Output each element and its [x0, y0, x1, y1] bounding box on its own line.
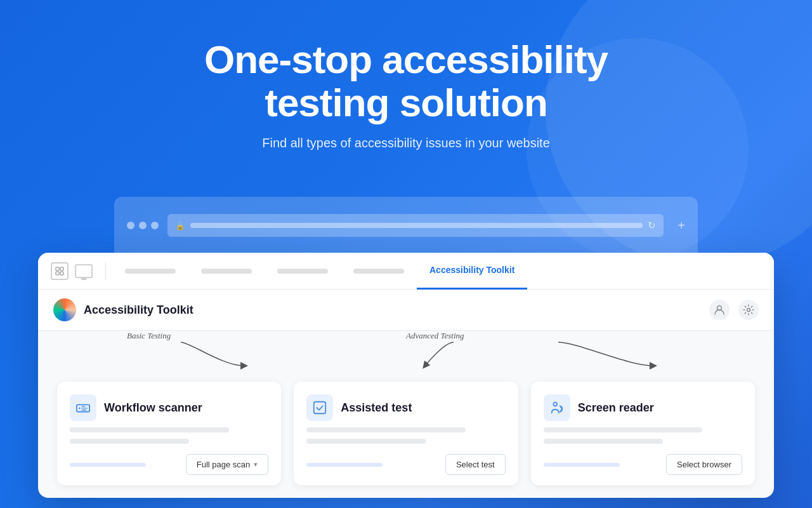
svg-point-7 [79, 408, 81, 410]
card-assisted-test-progress [306, 463, 383, 467]
tab-3[interactable] [265, 253, 341, 290]
svg-rect-0 [56, 267, 59, 271]
browser-dots [127, 222, 159, 229]
svg-point-12 [553, 403, 557, 406]
person-wave-icon [544, 394, 570, 421]
card-assisted-test-line1 [306, 427, 466, 432]
card-screen-reader-title: Screen reader [578, 401, 654, 415]
card-assisted-test-title: Assisted test [341, 401, 412, 415]
scanner-icon [70, 394, 96, 421]
card-workflow-scanner-title: Workflow scanner [104, 401, 202, 415]
select-test-button[interactable]: Select test [445, 454, 506, 475]
tab-accessibility-toolkit[interactable]: Accessibility Toolkit [417, 253, 527, 290]
card-workflow-scanner-header: Workflow scanner [70, 394, 268, 421]
card-workflow-scanner-line2 [70, 439, 189, 444]
card-assisted-test-line2 [306, 439, 426, 444]
extension-tabs-bar: Accessibility Toolkit [38, 253, 774, 290]
refresh-icon: ↻ [648, 220, 656, 231]
lock-icon: 🔒 [175, 221, 185, 231]
extension-icon-group [51, 262, 106, 280]
extension-header-actions [709, 300, 759, 320]
extension-body: Basic Testing Advanced Testing [38, 331, 774, 498]
card-workflow-scanner-line1 [70, 427, 229, 432]
svg-rect-2 [56, 272, 59, 275]
hero-title: One-stop accessibility testing solution [204, 38, 608, 124]
browser-address-bar: 🔒 ↻ [167, 214, 664, 237]
select-browser-button[interactable]: Select browser [666, 454, 742, 475]
svg-rect-1 [60, 267, 63, 271]
card-workflow-scanner-progress [70, 463, 146, 467]
card-workflow-scanner: Workflow scanner Full page scan ▾ [57, 382, 281, 485]
svg-rect-11 [314, 402, 325, 413]
card-screen-reader-progress [544, 463, 620, 467]
hero-subtitle: Find all types of accessibility issues i… [204, 136, 608, 150]
card-screen-reader-line2 [544, 439, 663, 444]
svg-point-5 [747, 309, 750, 312]
extension-title: Accessibility Toolkit [84, 304, 193, 317]
settings-icon[interactable] [738, 300, 759, 320]
cards-row: Workflow scanner Full page scan ▾ [57, 382, 755, 485]
select-test-label: Select test [456, 460, 495, 469]
card-assisted-test: Assisted test Select test [294, 382, 518, 485]
browser-url-bar [190, 223, 643, 228]
browser-dot-1 [127, 222, 134, 229]
extension-panel: Accessibility Toolkit Accessibility Tool… [38, 253, 774, 498]
tab-4[interactable] [341, 253, 417, 290]
browser-dot-2 [139, 222, 147, 229]
svg-rect-3 [60, 272, 63, 275]
extension-header: Accessibility Toolkit [38, 290, 774, 331]
tab-accessibility-toolkit-label: Accessibility Toolkit [429, 265, 514, 275]
card-screen-reader-footer: Select browser [544, 450, 742, 475]
card-assisted-test-footer: Select test [306, 450, 505, 475]
card-screen-reader: Screen reader Select browser [531, 382, 755, 485]
full-page-scan-button[interactable]: Full page scan ▾ [186, 454, 269, 475]
tab-1[interactable] [112, 253, 188, 290]
card-screen-reader-line1 [544, 427, 703, 432]
annotation-basic: Basic Testing [127, 331, 171, 341]
chevron-down-icon: ▾ [254, 460, 258, 469]
user-icon[interactable] [709, 300, 730, 320]
monitor-icon [75, 264, 93, 278]
full-page-scan-label: Full page scan [197, 460, 251, 469]
select-browser-label: Select browser [677, 460, 731, 469]
card-workflow-scanner-footer: Full page scan ▾ [70, 450, 268, 475]
extension-logo [53, 298, 76, 321]
card-assisted-test-header: Assisted test [306, 394, 505, 421]
browser-dot-3 [151, 222, 159, 229]
tab-2[interactable] [188, 253, 265, 290]
browser-chrome: 🔒 ↻ + [114, 197, 698, 254]
new-tab-icon: + [678, 218, 685, 233]
card-screen-reader-header: Screen reader [544, 394, 742, 421]
annotation-advanced: Advanced Testing [406, 331, 464, 341]
hero-section: One-stop accessibility testing solution … [204, 0, 608, 170]
puzzle-icon [51, 262, 69, 280]
check-icon [306, 394, 333, 421]
